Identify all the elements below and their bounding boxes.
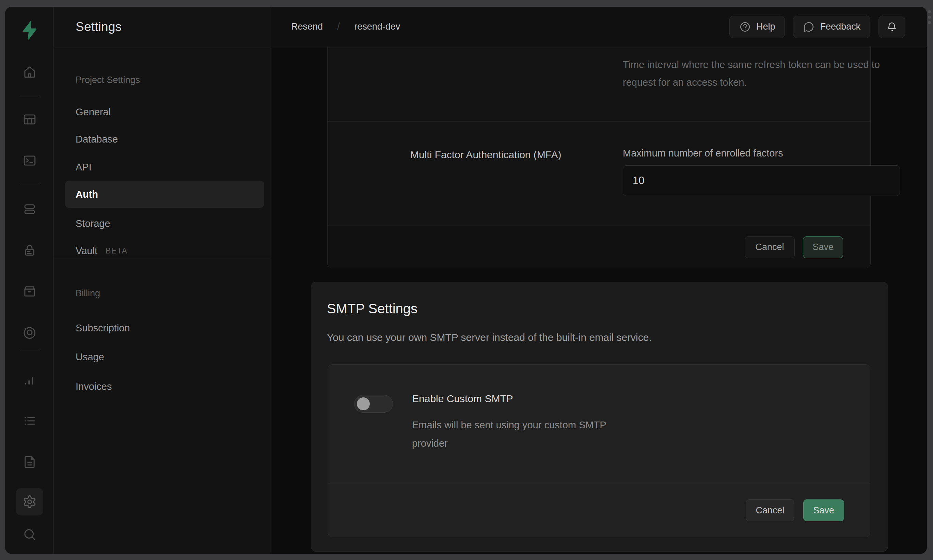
icon-rail: [5, 7, 54, 554]
rail-item-table-editor[interactable]: [16, 106, 43, 133]
sidebar-item-database[interactable]: Database: [76, 130, 118, 149]
rail-item-edge-functions[interactable]: [16, 319, 43, 346]
nav-section-project-settings: Project Settings: [76, 71, 140, 89]
help-label: Help: [756, 22, 775, 32]
settings-sidebar: Settings Project Settings General Databa…: [54, 7, 272, 554]
auth-card-footer: Cancel Save: [328, 226, 870, 268]
window-frame-dots: [928, 10, 931, 24]
rail-divider: [19, 184, 40, 185]
mfa-max-factors-input[interactable]: [623, 165, 900, 196]
sidebar-item-storage[interactable]: Storage: [76, 214, 110, 233]
smtp-cancel-button[interactable]: Cancel: [746, 500, 794, 521]
table-icon: [23, 112, 37, 126]
home-icon: [23, 65, 37, 79]
smtp-card-footer: Cancel Save: [328, 483, 870, 537]
gear-icon: [23, 495, 37, 509]
smtp-subtitle: You can use your own SMTP server instead…: [327, 332, 652, 343]
enable-custom-smtp-toggle[interactable]: [354, 395, 393, 413]
rail-item-project-settings[interactable]: [16, 488, 43, 515]
sidebar-header: Settings: [54, 7, 272, 47]
sidebar-item-auth[interactable]: Auth: [65, 181, 264, 208]
mfa-section-label: Multi Factor Authentication (MFA): [410, 149, 561, 161]
lock-icon: [23, 243, 37, 257]
sidebar-item-subscription[interactable]: Subscription: [76, 318, 130, 337]
rail-item-api-docs[interactable]: [16, 448, 43, 475]
rail-item-storage[interactable]: [16, 278, 43, 305]
sidebar-item-label: Vault: [76, 245, 97, 257]
file-text-icon: [23, 455, 37, 469]
terminal-icon: [23, 154, 37, 168]
bar-chart-icon: [23, 373, 37, 388]
feedback-label: Feedback: [820, 22, 861, 32]
auth-cancel-button[interactable]: Cancel: [745, 237, 795, 258]
breadcrumb-project[interactable]: resend-dev: [354, 22, 400, 32]
app-window: Settings Project Settings General Databa…: [5, 7, 927, 554]
search-icon: [23, 527, 37, 542]
rail-divider: [19, 350, 40, 351]
beta-badge: BETA: [106, 246, 127, 255]
supabase-bolt-icon: [19, 20, 40, 41]
breadcrumb-org[interactable]: Resend: [291, 22, 323, 32]
notifications-button[interactable]: [879, 15, 905, 38]
enable-custom-smtp-description: Emails will be sent using your custom SM…: [412, 416, 623, 452]
list-icon: [23, 414, 37, 428]
breadcrumb: Resend / resend-dev: [291, 21, 400, 32]
top-bar: Resend / resend-dev Help Feedback: [272, 7, 927, 47]
message-bubble-icon: [803, 21, 814, 33]
card-divider: [328, 122, 870, 122]
sidebar-item-api[interactable]: API: [76, 157, 92, 177]
storage-box-icon: [23, 284, 37, 298]
rail-item-logs[interactable]: [16, 407, 43, 434]
smtp-title: SMTP Settings: [327, 301, 418, 316]
feedback-button[interactable]: Feedback: [793, 15, 870, 38]
refresh-token-description: Time interval where the same refresh tok…: [623, 56, 902, 91]
auth-settings-card: Time interval where the same refresh tok…: [327, 47, 871, 268]
smtp-save-button[interactable]: Save: [803, 500, 844, 521]
help-circle-icon: [739, 21, 751, 33]
sidebar-divider: [54, 256, 272, 256]
sidebar-item-label: Auth: [76, 189, 98, 200]
sidebar-item-invoices[interactable]: Invoices: [76, 377, 112, 396]
page-title: Settings: [76, 20, 122, 34]
breadcrumb-separator: /: [337, 21, 340, 32]
smtp-inner-panel: Enable Custom SMTP Emails will be sent u…: [328, 365, 870, 537]
orbit-icon: [23, 325, 37, 340]
rail-item-database[interactable]: [16, 195, 43, 223]
bell-icon: [886, 21, 898, 33]
mfa-field-label: Maximum number of enrolled factors: [623, 148, 783, 159]
rail-item-search[interactable]: [16, 521, 43, 548]
main-content: Time interval where the same refresh tok…: [272, 47, 927, 554]
help-button[interactable]: Help: [729, 15, 785, 38]
database-icon: [23, 202, 37, 216]
nav-section-billing: Billing: [76, 284, 100, 303]
rail-item-authentication[interactable]: [16, 237, 43, 264]
rail-item-reports[interactable]: [16, 367, 43, 394]
sidebar-item-general[interactable]: General: [76, 102, 111, 122]
rail-item-home[interactable]: [16, 58, 43, 85]
smtp-settings-card: SMTP Settings You can use your own SMTP …: [311, 282, 888, 552]
sidebar-item-vault[interactable]: Vault BETA: [76, 241, 127, 260]
auth-save-button[interactable]: Save: [803, 237, 843, 258]
sidebar-item-usage[interactable]: Usage: [76, 348, 104, 366]
rail-divider: [19, 95, 40, 96]
supabase-logo[interactable]: [17, 19, 41, 42]
rail-item-sql-editor[interactable]: [16, 147, 43, 174]
toggle-knob: [357, 397, 370, 410]
enable-custom-smtp-label: Enable Custom SMTP: [412, 393, 513, 405]
